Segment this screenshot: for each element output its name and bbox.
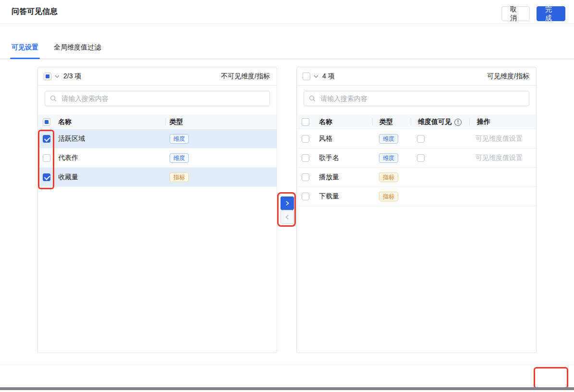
right-col-type: 类型 [373, 118, 411, 126]
cancel-button[interactable]: 取消 [501, 6, 530, 21]
type-tag-dimension: 维度 [170, 134, 189, 144]
row-name: 风格 [319, 135, 372, 143]
row-checkbox[interactable] [43, 173, 50, 181]
row-name: 收藏量 [58, 173, 166, 182]
right-count-label: 4 项 [322, 72, 335, 81]
row-checkbox[interactable] [302, 135, 309, 143]
dim-visible-checkbox[interactable] [417, 135, 425, 143]
confirm-button[interactable]: 完成 [537, 6, 565, 21]
row-name: 活跃区域 [58, 135, 166, 143]
left-panel-title: 不可见维度/指标 [221, 72, 270, 81]
qa-visible-info-dialog: 问答可见信息 可见设置 全局维度值过滤 2/3 项 不可见维度/指标 名称 [0, 0, 574, 392]
right-col-name: 名称 [319, 118, 372, 126]
left-col-name: 名称 [58, 118, 165, 126]
tab-global-dimension-filter[interactable]: 全局维度值过滤 [54, 43, 101, 59]
invisible-panel: 2/3 项 不可见维度/指标 名称 类型 活跃区域 维度 代表作 维度 收 [37, 67, 277, 353]
dim-visible-checkbox[interactable] [417, 154, 425, 162]
table-row[interactable]: 代表作 维度 [38, 148, 277, 168]
type-tag-metric: 指标 [379, 172, 398, 182]
left-table-select-all-checkbox[interactable] [43, 118, 50, 126]
visible-panel-header: 4 项 可见维度/指标 [297, 67, 536, 86]
move-to-invisible-button[interactable] [281, 210, 294, 224]
type-tag-dimension: 维度 [379, 153, 398, 163]
table-row[interactable]: 活跃区域 维度 [38, 129, 277, 148]
dialog-header: 问答可见信息 [0, 0, 574, 24]
right-panel-title: 可见维度/指标 [487, 72, 529, 81]
row-name: 代表作 [58, 154, 166, 162]
table-row[interactable]: 歌手名 维度 可见维度值设置 [297, 148, 536, 168]
window-bottom-edge [0, 387, 574, 390]
right-search-input[interactable] [304, 91, 529, 106]
type-tag-metric: 指标 [379, 192, 398, 201]
select-all-right-checkbox[interactable] [303, 73, 310, 80]
row-checkbox[interactable] [302, 154, 309, 162]
row-checkbox[interactable] [43, 154, 50, 162]
left-col-type: 类型 [166, 118, 277, 126]
chevron-down-icon[interactable] [55, 74, 60, 79]
row-checkbox[interactable] [43, 135, 50, 143]
right-table-select-all-checkbox[interactable] [302, 118, 309, 126]
visible-panel: 4 项 可见维度/指标 名称 类型 维度值可见 ! 操作 风格 维度 [296, 67, 537, 353]
table-row[interactable]: 收藏量 指标 [38, 168, 277, 187]
right-col-dim-visible: 维度值可见 ! [411, 118, 469, 126]
table-row[interactable]: 下载量 指标 [297, 187, 536, 206]
row-name: 歌手名 [319, 154, 372, 162]
right-search [304, 91, 529, 106]
right-table-header: 名称 类型 维度值可见 ! 操作 [297, 115, 536, 129]
select-all-left-checkbox[interactable] [44, 73, 51, 80]
table-row[interactable]: 播放量 指标 [297, 168, 536, 187]
left-search-input[interactable] [45, 91, 270, 106]
invisible-panel-header: 2/3 项 不可见维度/指标 [38, 67, 277, 86]
move-to-visible-button[interactable] [281, 196, 294, 210]
dim-value-settings-link[interactable]: 可见维度值设置 [476, 154, 523, 161]
left-count-label: 2/3 项 [63, 72, 81, 81]
right-col-action: 操作 [470, 118, 536, 126]
page-title: 问答可见信息 [12, 7, 58, 17]
info-icon[interactable]: ! [454, 119, 462, 126]
left-table-header: 名称 类型 [38, 115, 277, 129]
table-row[interactable]: 风格 维度 可见维度值设置 [297, 129, 536, 148]
row-checkbox[interactable] [302, 173, 309, 181]
tab-bar: 可见设置 全局维度值过滤 [0, 24, 574, 59]
dialog-footer [0, 365, 574, 387]
row-name: 播放量 [319, 173, 372, 182]
tab-visible-settings[interactable]: 可见设置 [12, 43, 38, 59]
chevron-down-icon[interactable] [314, 74, 318, 79]
left-search [45, 91, 270, 106]
search-icon [309, 95, 316, 104]
row-checkbox[interactable] [302, 193, 309, 200]
dim-value-settings-link[interactable]: 可见维度值设置 [476, 135, 523, 142]
row-name: 下载量 [319, 192, 372, 201]
type-tag-dimension: 维度 [379, 134, 398, 144]
type-tag-dimension: 维度 [170, 153, 189, 163]
search-icon [50, 95, 57, 104]
dim-visible-label: 维度值可见 [418, 118, 452, 126]
type-tag-metric: 指标 [170, 172, 189, 182]
